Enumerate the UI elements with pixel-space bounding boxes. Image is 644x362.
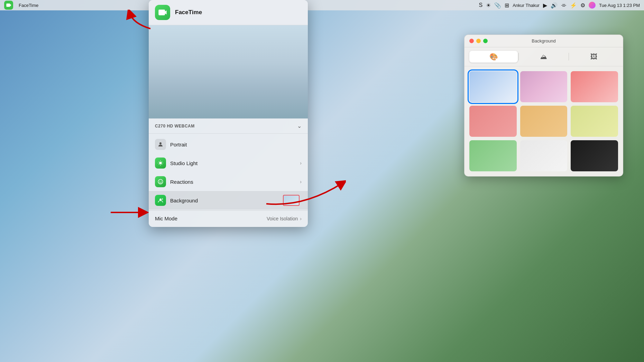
portrait-icon (155, 139, 166, 150)
swatch-green[interactable] (469, 140, 517, 171)
play-icon[interactable]: ▶ (543, 2, 547, 9)
menubar-right: S ☀ 📎 ⊞ Ankur Thakur ▶ 🔊 ⌯ ⚡ ⚙ Tue Aug 1… (479, 2, 640, 9)
menubar-left: FaceTime (4, 1, 38, 10)
bg-panel-title: Background (532, 38, 555, 44)
tab-separator-1 (518, 53, 519, 60)
arrow-bg-panel (263, 176, 346, 219)
maximize-button[interactable] (483, 39, 488, 43)
svg-point-6 (159, 199, 162, 201)
facetime-header: FaceTime (149, 0, 308, 25)
tab-scenes[interactable]: ⛰ (519, 51, 568, 63)
bg-panel-titlebar: Background (464, 35, 623, 47)
volume-icon[interactable]: 🔊 (551, 2, 558, 9)
studio-light-icon (155, 158, 166, 169)
webcam-label: C270 HD WEBCAM (155, 124, 195, 128)
background-panel: Background 🎨 ⛰ 🖼 (464, 35, 623, 177)
arrow-to-menubar (126, 10, 154, 32)
svg-point-1 (159, 142, 162, 144)
menubar-app-name[interactable]: FaceTime (19, 3, 38, 8)
svg-point-4 (159, 181, 160, 181)
shazam-icon[interactable]: S (479, 2, 482, 8)
menubar-datetime: Tue Aug 13 1:23 PM (599, 3, 640, 8)
arrow-background-item (107, 204, 149, 222)
palette-icon: 🎨 (489, 53, 498, 61)
swatch-peach[interactable] (520, 106, 568, 137)
facetime-menu-title: FaceTime (175, 9, 202, 16)
swatch-pink-gradient[interactable] (520, 71, 568, 102)
bluetooth-icon[interactable]: ⚡ (570, 2, 577, 9)
brightness-icon[interactable]: ☀ (486, 2, 491, 9)
studio-light-menu-item[interactable]: Studio Light › (149, 154, 308, 172)
minimize-button[interactable] (476, 39, 481, 43)
reactions-icon (155, 176, 166, 187)
colors-grid (464, 66, 623, 176)
studio-light-chevron-icon: › (300, 160, 302, 166)
controls-icon[interactable]: ⚙ (580, 2, 585, 9)
tab-photos[interactable]: 🖼 (570, 51, 618, 63)
portrait-menu-item[interactable]: Portrait (149, 135, 308, 154)
close-button[interactable] (469, 39, 474, 43)
webcam-section[interactable]: C270 HD WEBCAM ⌄ (149, 118, 308, 134)
svg-point-3 (158, 179, 163, 184)
traffic-lights (469, 39, 488, 43)
svg-point-2 (159, 162, 162, 164)
swatch-blue-gradient[interactable] (469, 71, 517, 102)
paperclip-icon[interactable]: 📎 (494, 2, 501, 9)
portrait-label: Portrait (170, 142, 302, 147)
mic-mode-label: Mic Mode (155, 216, 267, 221)
swatch-coral[interactable] (469, 106, 517, 137)
facetime-menubar-icon[interactable] (4, 1, 13, 10)
menubar-username: Ankur Thakur (513, 3, 540, 8)
wifi-icon[interactable]: ⌯ (561, 2, 567, 8)
bg-panel-tabs: 🎨 ⛰ 🖼 (464, 47, 623, 66)
camera-preview (149, 25, 308, 118)
swatch-rose-gradient[interactable] (571, 71, 618, 102)
swatch-yellow[interactable] (571, 106, 618, 137)
swatch-black[interactable] (571, 140, 618, 171)
menubar: FaceTime S ☀ 📎 ⊞ Ankur Thakur ▶ 🔊 ⌯ ⚡ ⚙ … (0, 0, 644, 10)
mountain-icon: ⛰ (540, 53, 547, 61)
swatch-white[interactable] (520, 140, 568, 171)
tab-colors[interactable]: 🎨 (469, 51, 518, 63)
avatar-icon[interactable] (589, 2, 596, 9)
tab-separator-2 (569, 53, 569, 60)
facetime-app-icon (155, 5, 170, 20)
background-icon (155, 195, 166, 206)
svg-point-5 (161, 181, 162, 181)
webcam-chevron-icon[interactable]: ⌄ (297, 123, 302, 129)
grid-icon[interactable]: ⊞ (505, 2, 509, 9)
photo-icon: 🖼 (590, 53, 597, 61)
studio-light-label: Studio Light (170, 160, 300, 166)
